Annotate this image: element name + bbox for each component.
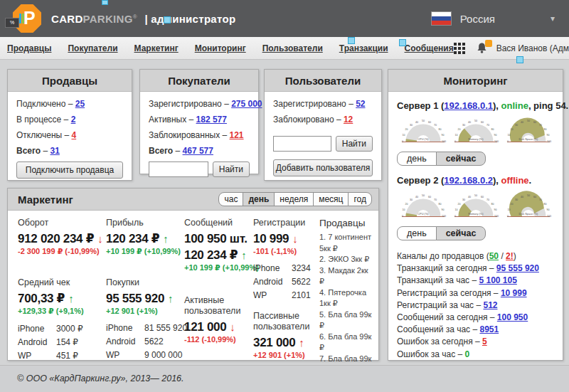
svg-text:70: 70 bbox=[434, 124, 437, 127]
platform-value: 81 555 920 bbox=[144, 322, 187, 335]
top-seller-item: 5. Бла бла 99к ₽ bbox=[319, 309, 374, 332]
connect-seller-button[interactable]: Подключить продавца bbox=[16, 161, 123, 179]
svg-text:Memory (%): Memory (%) bbox=[468, 137, 484, 141]
svg-text:10: 10 bbox=[402, 208, 405, 211]
stat-value-link[interactable]: 31 bbox=[50, 146, 60, 156]
svg-text:50: 50 bbox=[474, 194, 477, 197]
arrow-up-icon: ↑ bbox=[299, 337, 304, 349]
svg-text:60: 60 bbox=[428, 196, 431, 198]
period-tab-3[interactable]: неделя bbox=[274, 192, 314, 206]
metric-number: 912 020 234 ₽ bbox=[18, 232, 94, 245]
notifications-bell-icon[interactable] bbox=[476, 42, 490, 54]
stat-value-link[interactable]: 100 950 bbox=[497, 312, 528, 322]
stat-value-link[interactable]: 4 bbox=[71, 130, 76, 140]
annotation-marker bbox=[164, 16, 171, 23]
period-tab-1[interactable]: час bbox=[218, 192, 243, 206]
sellers-stats: Подключено – 25В процессе – 2Отключены –… bbox=[8, 92, 132, 157]
svg-text:70: 70 bbox=[486, 198, 489, 201]
stat-value-link[interactable]: 52 bbox=[356, 99, 365, 109]
top-seller-item: 4. Пятерочка 1кк ₽ bbox=[319, 287, 374, 309]
users-find-button[interactable]: Найти bbox=[336, 136, 373, 152]
svg-text:0: 0 bbox=[454, 140, 456, 143]
stat-value-link[interactable]: 8951 bbox=[479, 324, 499, 334]
stat-value-link[interactable]: 2 bbox=[71, 115, 76, 125]
stat-value-link[interactable]: 2! bbox=[506, 251, 514, 261]
stat-value-link[interactable]: 5 bbox=[482, 337, 487, 346]
cardparking-admin-dashboard: { "header": { "logo_letter": "P", "logo_… bbox=[0, 0, 569, 392]
svg-text:10: 10 bbox=[507, 134, 510, 137]
stat-label: Подключено bbox=[16, 99, 65, 109]
stat-value-link[interactable]: 275 000 bbox=[231, 99, 262, 109]
stat-value-link[interactable]: 182 577 bbox=[196, 115, 227, 125]
stat-value-link[interactable]: 121 bbox=[230, 130, 244, 140]
metric-platform-table: iPhone81 555 920Android5622WP9 000 000 bbox=[106, 322, 184, 362]
stat-value-link[interactable]: 95 555 920 bbox=[496, 263, 539, 273]
server-ip-link[interactable]: 192.168.0.2 bbox=[444, 175, 493, 186]
nav-link-3[interactable]: Маркетинг bbox=[134, 43, 179, 53]
nav-link-5[interactable]: Пользователи bbox=[262, 43, 323, 53]
toggle-now[interactable]: сейчас bbox=[436, 152, 486, 166]
platform-value: 5622 bbox=[144, 335, 164, 349]
toggle-day[interactable]: день bbox=[397, 152, 437, 166]
nav-link-4[interactable]: Мониторинг bbox=[195, 43, 246, 53]
buyers-find-button[interactable]: Найти bbox=[213, 161, 250, 177]
monitoring-panel-title: Мониторинг bbox=[388, 70, 563, 92]
stat-value-link[interactable]: 25 bbox=[75, 99, 85, 109]
stat-value-link[interactable]: 5 100 105 bbox=[479, 275, 516, 285]
stat-label: Активных bbox=[149, 115, 186, 125]
toggle-now[interactable]: сейчас bbox=[436, 226, 486, 240]
buyers-stat-row: Активных – 182 577 bbox=[149, 115, 250, 125]
svg-text:70: 70 bbox=[539, 198, 542, 201]
apps-grid-icon[interactable] bbox=[454, 43, 465, 54]
period-tab-5[interactable]: год bbox=[348, 192, 372, 206]
stat-value-link[interactable]: 467 577 bbox=[183, 146, 213, 156]
users-panel: Пользователи Зарегистрировано – 52Заблок… bbox=[264, 69, 382, 181]
stat-value-link[interactable]: 50 bbox=[489, 251, 499, 261]
platform-value: 5622 bbox=[292, 275, 311, 289]
users-search-input[interactable] bbox=[273, 136, 331, 152]
cpu-gauge: CPU (%)0102030405060708090100 bbox=[397, 187, 450, 223]
svg-text:30: 30 bbox=[515, 198, 518, 201]
top-seller-item: 3. Макдак 2кк ₽ bbox=[319, 265, 374, 287]
nav-link-2[interactable]: Покупатели bbox=[68, 43, 117, 53]
buyers-search-input[interactable] bbox=[149, 161, 208, 177]
metric-value: 121 000↓ bbox=[184, 319, 253, 335]
stat-value-link[interactable]: 12 bbox=[344, 115, 353, 125]
nav-link-6[interactable]: Транзакции bbox=[339, 43, 388, 53]
metric-value: 10 999↓ bbox=[253, 231, 319, 247]
metric-delta: +12 901 (+1%) bbox=[106, 307, 184, 315]
table-row: iPhone81 555 920 bbox=[106, 322, 184, 335]
period-tab-2[interactable]: день bbox=[243, 192, 275, 206]
stat-value-link[interactable]: 512 bbox=[483, 300, 497, 310]
toggle-day[interactable]: день bbox=[397, 226, 437, 240]
svg-text:10: 10 bbox=[454, 208, 457, 211]
stat-value-link[interactable]: 10 999 bbox=[501, 288, 527, 298]
svg-text:10: 10 bbox=[454, 134, 457, 137]
nav-link-7[interactable]: Сообщения bbox=[405, 43, 454, 53]
nav-link-1[interactable]: Продавцы bbox=[7, 43, 51, 53]
arrow-up-icon: ↑ bbox=[163, 233, 168, 245]
metric-turnover: Оборот912 020 234 ₽↓-2 300 199 ₽ (-10,99… bbox=[18, 218, 106, 256]
svg-text:70: 70 bbox=[434, 198, 437, 201]
svg-text:80: 80 bbox=[439, 128, 442, 131]
period-tab-4[interactable]: месяц bbox=[313, 192, 349, 206]
platform-name: iPhone bbox=[253, 262, 292, 275]
server-ip-link[interactable]: 192.168.0.1 bbox=[444, 100, 493, 111]
disk-gauge: Disk Space (%)0102030405060708090100 bbox=[502, 112, 555, 149]
chevron-down-icon[interactable]: ▾ bbox=[551, 14, 555, 23]
registered-mark: ® bbox=[133, 14, 137, 20]
arrow-down-icon: ↓ bbox=[230, 321, 235, 333]
stat-text: ) bbox=[514, 251, 516, 261]
platform-value: 154 ₽ bbox=[56, 336, 78, 349]
locale-switcher[interactable]: Россия ▾ bbox=[431, 11, 559, 26]
monitoring-stat-row: Транзакций за сегодня – 95 555 920 bbox=[397, 263, 554, 275]
svg-text:60: 60 bbox=[481, 196, 484, 198]
server-ping: . bbox=[529, 175, 532, 186]
add-user-button[interactable]: Добавить пользователя bbox=[273, 159, 373, 176]
nav-links: ПродавцыПокупателиМаркетингМониторингПол… bbox=[7, 43, 454, 53]
stat-label: Всего bbox=[16, 146, 41, 156]
svg-text:30: 30 bbox=[462, 124, 465, 127]
metric-platform-table: iPhone3234Android5622WP2101 bbox=[253, 262, 319, 302]
platform-name: WP bbox=[18, 349, 56, 363]
metric-delta: +10 199 ₽ (+10,99%) bbox=[184, 263, 253, 272]
